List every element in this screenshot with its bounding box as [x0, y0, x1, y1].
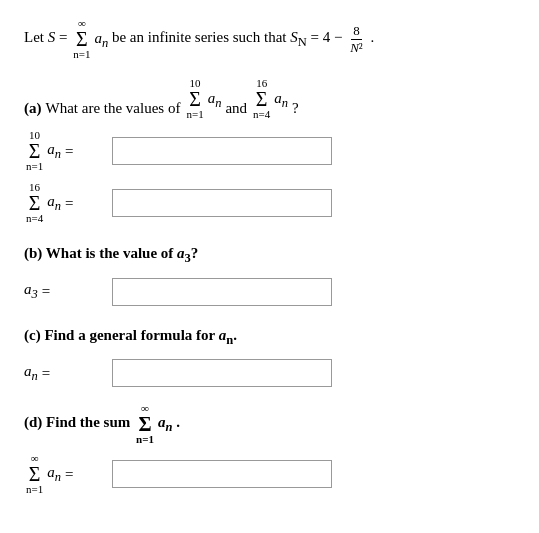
intro-frac-num: 8: [351, 23, 362, 40]
intro-sigma-bot: n=1: [73, 49, 90, 60]
section-a-input2[interactable]: [112, 189, 332, 217]
section-c-lhs: an =: [24, 363, 104, 384]
section-d-row: ∞ Σ n=1 an =: [24, 453, 515, 495]
section-a-question-text: What are the values of: [46, 96, 181, 120]
section-a-row1-bot: n=1: [26, 161, 43, 172]
section-d-bold-label: (d): [24, 414, 42, 430]
section-a-sigma1-bot: n=1: [186, 109, 203, 120]
section-a: (a) What are the values of 10 Σ n=1 an a…: [24, 78, 515, 224]
section-d-lhs-sigma-block: ∞ Σ n=1: [26, 453, 43, 495]
section-c-equals: =: [42, 365, 50, 382]
section-a-row2-equals: =: [65, 195, 73, 212]
section-a-sigma2-an: an: [274, 86, 288, 113]
section-a-sigma2: 16 Σ n=4 an: [251, 78, 288, 120]
section-d-input[interactable]: [112, 460, 332, 488]
section-d-lhs-sigma: ∞ Σ n=1 an: [24, 453, 61, 495]
section-c-row: an =: [24, 359, 515, 387]
section-d-lhs-sigma-sym: Σ: [29, 464, 41, 484]
section-a-sigma1-sym: Σ: [189, 89, 201, 109]
section-a-sigma2-sym: Σ: [256, 89, 268, 109]
section-a-header: (a) What are the values of 10 Σ n=1 an a…: [24, 78, 515, 120]
section-a-row1-an: an: [47, 141, 61, 162]
intro-text-series: be an infinite series such that SN = 4 −: [112, 29, 346, 45]
section-a-sigma2-bot: n=4: [253, 109, 270, 120]
section-a-row2-sym: Σ: [29, 193, 41, 213]
intro-S: S: [48, 29, 56, 45]
section-b-label: (b) What is the value of a3?: [24, 240, 515, 270]
section-b-input[interactable]: [112, 278, 332, 306]
section-b-a3: a3: [24, 281, 38, 302]
section-d-label: (d) Find the sum ∞ Σ n=1 an .: [24, 403, 515, 445]
section-c-bold-label: (c): [24, 327, 41, 343]
section-b: (b) What is the value of a3? a3 =: [24, 240, 515, 306]
intro-fraction: 8 N²: [348, 23, 365, 55]
section-a-sigma1: 10 Σ n=1 an: [184, 78, 221, 120]
section-a-row1-sigma-block: 10 Σ n=1: [26, 130, 43, 172]
intro-text-let: Let S =: [24, 29, 71, 45]
section-b-row: a3 =: [24, 278, 515, 306]
section-a-sigma1-block: 10 Σ n=1: [186, 78, 203, 120]
intro-sigma: ∞ Σ n=1 an: [71, 18, 108, 60]
section-a-row1-lhs: 10 Σ n=1 an =: [24, 130, 104, 172]
section-d-sigma-block: ∞ Σ n=1: [136, 403, 154, 445]
section-d: (d) Find the sum ∞ Σ n=1 an . ∞ Σ n=1 an…: [24, 403, 515, 495]
section-a-label: (a): [24, 96, 42, 120]
section-d-period: .: [176, 414, 180, 430]
section-d-sigma-bot: n=1: [136, 434, 154, 445]
section-a-sigma2-block: 16 Σ n=4: [253, 78, 270, 120]
intro-line: Let S = ∞ Σ n=1 an be an infinite series…: [24, 18, 515, 60]
section-a-row1-sym: Σ: [29, 141, 41, 161]
section-b-lhs: a3 =: [24, 281, 104, 302]
section-b-question: What is the value of a3?: [46, 245, 199, 261]
section-c-label: (c) Find a general formula for an.: [24, 322, 515, 352]
section-a-sigma1-an: an: [208, 86, 222, 113]
section-d-question-text: Find the sum: [46, 414, 134, 430]
section-a-row2-an: an: [47, 193, 61, 214]
section-a-input1[interactable]: [112, 137, 332, 165]
intro-an: an: [94, 26, 108, 53]
section-d-sigma-sym: Σ: [138, 414, 151, 434]
section-a-row2-sigma-block: 16 Σ n=4: [26, 182, 43, 224]
section-a-row2: 16 Σ n=4 an =: [24, 182, 515, 224]
intro-frac-den: N²: [348, 40, 365, 56]
section-d-lhs-an: an: [47, 464, 61, 485]
section-c-question: Find a general formula for an.: [44, 327, 237, 343]
section-a-row2-lhs: 16 Σ n=4 an =: [24, 182, 104, 224]
section-d-sigma: ∞ Σ n=1 an: [134, 403, 172, 445]
section-d-lhs: ∞ Σ n=1 an =: [24, 453, 104, 495]
section-a-row1-equals: =: [65, 143, 73, 160]
section-c-input[interactable]: [112, 359, 332, 387]
section-a-row1: 10 Σ n=1 an =: [24, 130, 515, 172]
intro-period: .: [371, 29, 375, 45]
intro-sigma-sym: Σ: [76, 29, 88, 49]
section-d-lhs-sigma-bot: n=1: [26, 484, 43, 495]
section-a-row1-sigma: 10 Σ n=1 an: [24, 130, 61, 172]
section-a-and: and: [225, 96, 247, 120]
section-d-equals: =: [65, 466, 73, 483]
intro-sigma-block: ∞ Σ n=1: [73, 18, 90, 60]
section-a-row2-bot: n=4: [26, 213, 43, 224]
section-b-bold-label: (b): [24, 245, 42, 261]
section-a-row2-sigma: 16 Σ n=4 an: [24, 182, 61, 224]
section-d-sigma-an: an: [158, 409, 172, 439]
section-c-an: an: [24, 363, 38, 384]
section-a-question-end: ?: [292, 96, 299, 120]
section-c: (c) Find a general formula for an. an =: [24, 322, 515, 388]
section-b-equals: =: [42, 283, 50, 300]
